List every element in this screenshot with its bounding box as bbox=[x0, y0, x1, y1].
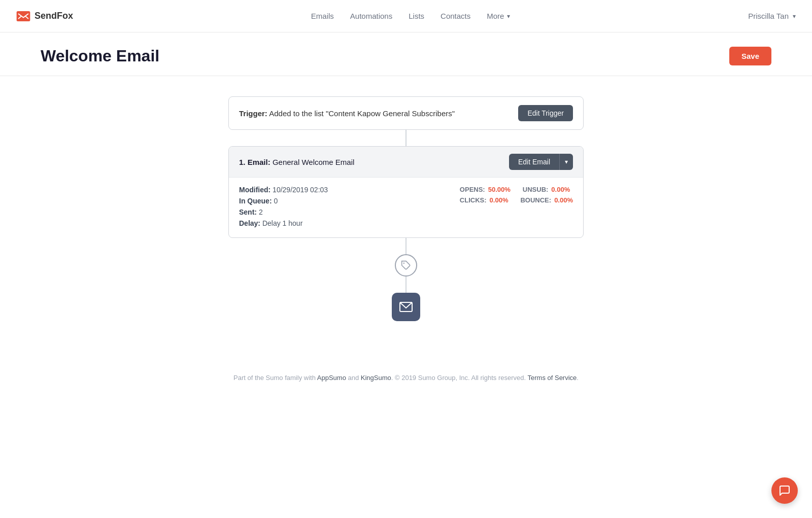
bounce-value: 0.00% bbox=[554, 196, 573, 204]
in-queue-value: 0 bbox=[274, 197, 278, 205]
kingsumo-link[interactable]: KingSumo bbox=[361, 374, 391, 382]
stats-row-1: OPENS: 50.00% UNSUB: 0.00% bbox=[460, 186, 570, 193]
nav-lists[interactable]: Lists bbox=[409, 12, 424, 20]
envelope-icon bbox=[399, 302, 413, 312]
clicks-stat: CLICKS: 0.00% bbox=[460, 196, 509, 204]
trigger-text: Trigger: Added to the list "Content Kapo… bbox=[239, 109, 455, 118]
bounce-stat: BOUNCE: 0.00% bbox=[520, 196, 573, 204]
nav-more-chevron-icon: ▾ bbox=[507, 13, 510, 20]
modified-row: Modified: 10/29/2019 02:03 bbox=[239, 186, 328, 194]
opens-label: OPENS: bbox=[460, 186, 485, 193]
email-actions: Edit Email ▾ bbox=[509, 154, 573, 170]
svg-rect-0 bbox=[17, 11, 30, 21]
terms-link[interactable]: Terms of Service bbox=[528, 374, 577, 382]
navbar: SendFox Emails Automations Lists Contact… bbox=[0, 0, 812, 32]
nav-links: Emails Automations Lists Contacts More ▾ bbox=[311, 12, 511, 20]
sent-value: 2 bbox=[259, 208, 263, 216]
in-queue-row: In Queue: 0 bbox=[239, 197, 328, 205]
delay-label: Delay: bbox=[239, 219, 260, 227]
brand-name: SendFox bbox=[35, 11, 73, 21]
email-card: 1. Email: General Welcome Email Edit Ema… bbox=[228, 146, 584, 238]
nav-automations[interactable]: Automations bbox=[350, 12, 392, 20]
email-meta: Modified: 10/29/2019 02:03 In Queue: 0 S… bbox=[239, 186, 328, 227]
modified-label: Modified: bbox=[239, 186, 270, 194]
email-card-header: 1. Email: General Welcome Email Edit Ema… bbox=[229, 147, 583, 178]
save-button[interactable]: Save bbox=[729, 47, 771, 65]
page-title: Welcome Email bbox=[41, 47, 159, 65]
email-card-title: 1. Email: General Welcome Email bbox=[239, 158, 354, 166]
sendfox-logo-icon bbox=[16, 11, 30, 21]
nav-emails[interactable]: Emails bbox=[311, 12, 334, 20]
nav-more-dropdown[interactable]: More ▾ bbox=[487, 12, 510, 20]
add-email-button[interactable] bbox=[392, 293, 420, 321]
page-header: Welcome Email Save bbox=[0, 32, 812, 76]
svg-point-1 bbox=[403, 263, 405, 264]
nav-contacts[interactable]: Contacts bbox=[441, 12, 470, 20]
unsub-label: UNSUB: bbox=[523, 186, 549, 193]
edit-email-button[interactable]: Edit Email bbox=[509, 154, 559, 170]
stats-row-2: CLICKS: 0.00% BOUNCE: 0.00% bbox=[460, 196, 573, 204]
email-stats: OPENS: 50.00% UNSUB: 0.00% CLICKS: 0.00% bbox=[460, 186, 573, 227]
trigger-label: Trigger: bbox=[239, 109, 267, 118]
bounce-label: BOUNCE: bbox=[520, 196, 551, 204]
email-type-label: Email: bbox=[248, 158, 270, 166]
trigger-box: Trigger: Added to the list "Content Kapo… bbox=[228, 96, 584, 130]
user-menu[interactable]: Priscilla Tan ▾ bbox=[748, 12, 796, 20]
footer: Part of the Sumo family with AppSumo and… bbox=[0, 362, 812, 394]
email-name: General Welcome Email bbox=[273, 158, 354, 166]
main-content: Trigger: Added to the list "Content Kapo… bbox=[0, 76, 812, 362]
unsub-value: 0.00% bbox=[551, 186, 570, 193]
user-menu-chevron-icon: ▾ bbox=[793, 13, 796, 20]
modified-value: 10/29/2019 02:03 bbox=[273, 186, 328, 194]
sent-row: Sent: 2 bbox=[239, 208, 328, 216]
sent-label: Sent: bbox=[239, 208, 257, 216]
edit-trigger-button[interactable]: Edit Trigger bbox=[518, 105, 573, 121]
brand-logo[interactable]: SendFox bbox=[16, 11, 73, 21]
nav-more-label: More bbox=[487, 12, 504, 20]
footer-text: Part of the Sumo family with AppSumo and… bbox=[233, 374, 579, 382]
delay-row: Delay: Delay 1 hour bbox=[239, 219, 328, 227]
in-queue-label: In Queue: bbox=[239, 197, 272, 205]
appsumo-link[interactable]: AppSumo bbox=[317, 374, 346, 382]
opens-value: 50.00% bbox=[488, 186, 511, 193]
user-name: Priscilla Tan bbox=[748, 12, 789, 20]
add-step-tag-button[interactable] bbox=[395, 254, 417, 277]
connector-line-2 bbox=[405, 238, 407, 254]
email-card-body: Modified: 10/29/2019 02:03 In Queue: 0 S… bbox=[229, 178, 583, 237]
connector-line-1 bbox=[405, 130, 407, 146]
tag-icon bbox=[401, 260, 411, 270]
email-number: 1. bbox=[239, 158, 246, 166]
connector-line-3 bbox=[405, 277, 407, 293]
delay-value: Delay 1 hour bbox=[262, 219, 302, 227]
clicks-value: 0.00% bbox=[490, 196, 509, 204]
unsub-stat: UNSUB: 0.00% bbox=[523, 186, 570, 193]
opens-stat: OPENS: 50.00% bbox=[460, 186, 511, 193]
edit-email-dropdown-button[interactable]: ▾ bbox=[559, 154, 573, 170]
trigger-description: Added to the list "Content Kapow General… bbox=[269, 109, 455, 118]
clicks-label: CLICKS: bbox=[460, 196, 487, 204]
automation-flow: Trigger: Added to the list "Content Kapo… bbox=[228, 96, 584, 321]
